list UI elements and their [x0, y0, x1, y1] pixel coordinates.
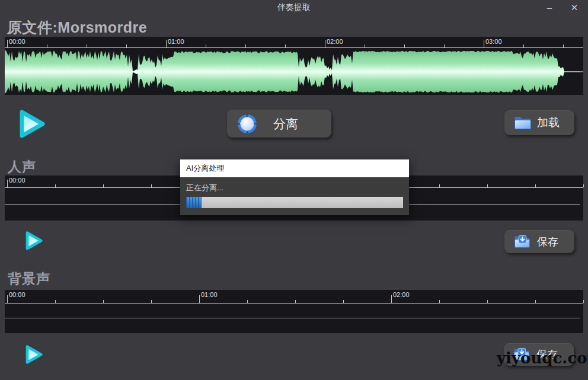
save-vocal-button[interactable]: 保存	[504, 230, 574, 253]
ruler-tick	[55, 300, 56, 303]
ai-progress-dialog: AI分离处理 正在分离...	[180, 159, 409, 215]
ruler-tick	[444, 44, 445, 47]
titlebar: 伴奏提取 – ✕	[0, 0, 588, 15]
ruler-tick	[151, 300, 152, 303]
ruler-tick	[439, 184, 440, 187]
dialog-message: 正在分离...	[186, 183, 223, 193]
ruler-tick	[7, 295, 8, 303]
ruler-tick	[87, 44, 87, 47]
ruler-tick	[404, 44, 405, 47]
source-waveform-panel: 00:0001:0002:0003:00	[5, 37, 583, 95]
close-icon[interactable]: ✕	[564, 1, 584, 14]
ruler-time-label: 02:00	[393, 291, 410, 298]
load-button[interactable]: 加载	[504, 110, 574, 135]
ruler-time-label: 00:00	[9, 177, 25, 184]
play-vocal-button[interactable]	[24, 229, 45, 255]
ruler-time-label: 02:00	[327, 38, 343, 45]
ruler-time-label: 01:00	[168, 38, 184, 45]
ruler-tick	[535, 184, 536, 187]
ruler-tick	[245, 44, 246, 47]
ruler-tick	[103, 184, 104, 187]
ruler-tick	[55, 184, 56, 187]
ruler-tick	[7, 40, 8, 47]
separate-button[interactable]: 分离	[227, 110, 331, 138]
ruler-tick	[7, 180, 8, 187]
ruler-tick	[126, 44, 127, 47]
dialog-body: 正在分离...	[180, 177, 409, 215]
source-waveform[interactable]	[5, 48, 583, 95]
play-icon	[24, 343, 45, 366]
ruler-tick	[325, 40, 325, 47]
ruler-tick	[103, 300, 104, 303]
play-source-button[interactable]	[17, 107, 49, 143]
dialog-title: AI分离处理	[186, 159, 224, 177]
progress-bar	[186, 197, 403, 208]
background-timeline-ruler: 00:0001:0002:00	[5, 290, 583, 304]
wave-center-highlight	[5, 71, 564, 72]
ruler-tick	[206, 44, 206, 47]
ruler-tick	[285, 44, 286, 47]
ruler-tick	[484, 40, 484, 47]
load-button-label: 加载	[532, 115, 565, 130]
ruler-time-label: 03:00	[485, 38, 502, 45]
ruler-tick	[199, 295, 200, 303]
minimize-icon[interactable]: –	[539, 1, 560, 14]
folder-download-icon	[514, 235, 531, 249]
vocal-section-header: 人声	[8, 158, 36, 176]
ruler-tick	[295, 300, 296, 303]
ruler-time-label: 00:00	[9, 38, 25, 45]
ruler-time-label: 01:00	[201, 291, 218, 298]
ruler-tick	[343, 300, 344, 303]
ruler-tick	[583, 184, 584, 187]
dialog-titlebar: AI分离处理	[180, 159, 409, 177]
play-background-button[interactable]	[24, 343, 45, 369]
ruler-tick	[583, 300, 584, 303]
folder-icon	[514, 115, 532, 130]
play-icon	[24, 229, 45, 253]
ruler-tick	[247, 300, 248, 303]
background-waveform-panel: 00:0001:0002:00	[5, 290, 583, 333]
source-timeline-ruler: 00:0001:0002:0003:00	[5, 37, 583, 48]
progress-fill	[186, 197, 202, 208]
window-title: 伴奏提取	[0, 2, 588, 13]
sync-icon	[237, 113, 258, 135]
separate-button-label: 分离	[258, 116, 322, 132]
ruler-tick	[487, 300, 488, 303]
background-zero-line	[5, 318, 580, 318]
ruler-tick	[391, 295, 392, 303]
ruler-tick	[487, 184, 488, 187]
ruler-tick	[535, 300, 536, 303]
ruler-tick	[439, 300, 440, 303]
save-vocal-button-label: 保存	[531, 235, 565, 249]
play-icon	[17, 107, 49, 141]
ruler-tick	[523, 44, 524, 47]
ruler-tick	[47, 44, 47, 47]
ruler-tick	[563, 44, 564, 47]
watermark-text: yiyouqc.com	[497, 349, 588, 367]
ruler-tick	[166, 40, 167, 47]
ruler-tick	[365, 44, 365, 47]
source-file-label: 原文件:Morsmordre	[7, 18, 147, 37]
ruler-time-label: 00:00	[9, 291, 25, 298]
background-section-header: 背景声	[8, 270, 50, 288]
ruler-tick	[151, 184, 152, 187]
